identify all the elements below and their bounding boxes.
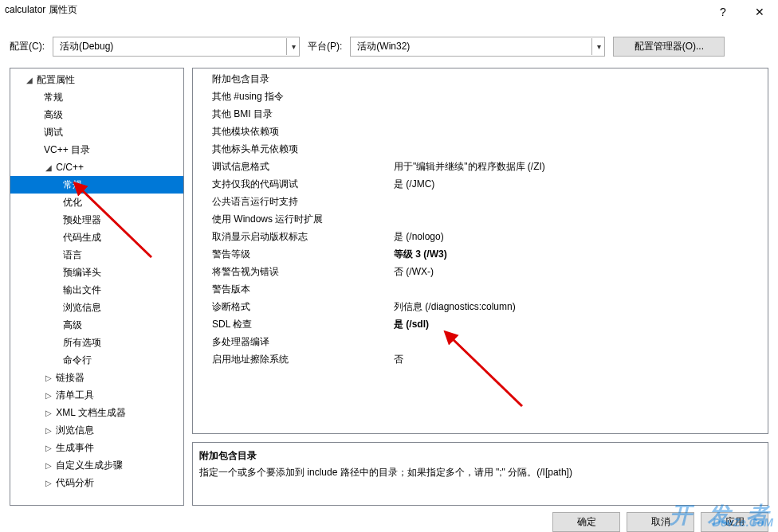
property-name: 诊断格式 (193, 298, 394, 315)
property-name: SDL 检查 (193, 315, 394, 333)
property-value[interactable]: 是 (/JMC) (394, 175, 768, 193)
property-value[interactable] (394, 280, 768, 298)
dialog-footer: 确定 取消 应用 (0, 506, 778, 532)
property-row[interactable]: 其他 BMI 目录 (193, 105, 768, 123)
tree-item[interactable]: VC++ 目录 (10, 141, 183, 158)
tree-item-label: 常规 (44, 92, 63, 103)
property-row[interactable]: 公共语言运行时支持 (193, 193, 768, 210)
property-name: 支持仅我的代码调试 (193, 175, 394, 193)
tree-item[interactable]: ◢ C/C++ (10, 158, 183, 176)
property-value[interactable] (394, 105, 768, 123)
tree-item-label: 代码生成 (63, 232, 101, 243)
property-value[interactable] (394, 123, 768, 140)
tree-item[interactable]: 浏览信息 (10, 299, 183, 316)
tree-item[interactable]: ▷ 清单工具 (10, 386, 183, 404)
config-value: 活动(Debug) (60, 40, 113, 53)
tree-item-label: 常规 (63, 179, 82, 190)
property-row[interactable]: 使用 Windows 运行时扩展 (193, 210, 768, 228)
property-row[interactable]: 其他标头单元依赖项 (193, 140, 768, 158)
property-value[interactable] (394, 88, 768, 105)
property-value[interactable]: 用于"编辑并继续"的程序数据库 (/ZI) (394, 158, 768, 175)
property-value[interactable] (394, 140, 768, 158)
config-combobox[interactable]: 活动(Debug) ▾ (53, 37, 300, 57)
config-label: 配置(C): (10, 40, 45, 53)
cancel-button[interactable]: 取消 (627, 512, 694, 532)
tree-item[interactable]: 预处理器 (10, 211, 183, 229)
tree-item[interactable]: 常规 (10, 88, 183, 106)
property-value[interactable] (394, 333, 768, 350)
property-row[interactable]: 调试信息格式用于"编辑并继续"的程序数据库 (/ZI) (193, 158, 768, 175)
tree-twisty-icon[interactable]: ▷ (44, 405, 53, 422)
tree-twisty-icon[interactable]: ▷ (44, 422, 53, 440)
tree-item[interactable]: 调试 (10, 123, 183, 141)
config-manager-button[interactable]: 配置管理器(O)... (613, 37, 725, 57)
property-row[interactable]: 其他 #using 指令 (193, 88, 768, 105)
property-row[interactable]: 多处理器编译 (193, 333, 768, 350)
tree-item[interactable]: 所有选项 (10, 334, 183, 351)
property-row[interactable]: 诊断格式列信息 (/diagnostics:column) (193, 298, 768, 315)
tree-item-label: 代码分析 (56, 477, 94, 488)
property-value[interactable]: 等级 3 (/W3) (394, 245, 768, 263)
tree-item[interactable]: 高级 (10, 106, 183, 123)
property-name: 其他 #using 指令 (193, 88, 394, 105)
tree-item[interactable]: ▷ 浏览信息 (10, 421, 183, 439)
property-row[interactable]: SDL 检查是 (/sdl) (193, 315, 768, 333)
tree-item[interactable]: ▷ 代码分析 (10, 474, 183, 491)
tree-item[interactable]: ▷ 生成事件 (10, 439, 183, 456)
tree-item[interactable]: 优化 (10, 194, 183, 211)
tree-item-label: 所有选项 (63, 337, 101, 348)
tree-item[interactable]: ▷ 自定义生成步骤 (10, 456, 183, 474)
tree-twisty-icon[interactable]: ▷ (44, 475, 53, 492)
close-icon[interactable]: ✕ (741, 0, 778, 24)
tree-twisty-icon[interactable]: ▷ (44, 440, 53, 457)
property-value[interactable]: 列信息 (/diagnostics:column) (394, 298, 768, 315)
chevron-down-icon: ▾ (286, 38, 296, 55)
property-row[interactable]: 支持仅我的代码调试是 (/JMC) (193, 175, 768, 193)
property-name: 警告版本 (193, 280, 394, 298)
property-value[interactable]: 否 (394, 350, 768, 368)
tree-twisty-icon[interactable]: ▷ (44, 457, 53, 475)
property-row[interactable]: 附加包含目录 (193, 70, 768, 88)
help-icon[interactable]: ? (705, 0, 741, 24)
apply-button[interactable]: 应用 (701, 512, 768, 532)
property-name: 警告等级 (193, 245, 394, 263)
tree-item[interactable]: 输出文件 (10, 281, 183, 299)
platform-value: 活动(Win32) (357, 40, 410, 53)
property-value[interactable]: 是 (/nologo) (394, 228, 768, 245)
tree-twisty-icon[interactable]: ▷ (44, 370, 53, 387)
property-value[interactable] (394, 193, 768, 210)
tree-item[interactable]: ◢ 配置属性 (10, 71, 183, 88)
tree-item[interactable]: 语言 (10, 246, 183, 264)
property-name: 调试信息格式 (193, 158, 394, 175)
tree-twisty-icon[interactable]: ▷ (44, 387, 53, 405)
tree-item-label: 高级 (44, 109, 63, 120)
property-row[interactable]: 警告版本 (193, 280, 768, 298)
property-row[interactable]: 其他模块依赖项 (193, 123, 768, 140)
property-grid[interactable]: 附加包含目录其他 #using 指令其他 BMI 目录其他模块依赖项其他标头单元… (192, 68, 768, 434)
property-value[interactable] (394, 70, 768, 88)
main-panel: 附加包含目录其他 #using 指令其他 BMI 目录其他模块依赖项其他标头单元… (192, 68, 768, 506)
nav-tree[interactable]: ◢ 配置属性常规高级调试VC++ 目录◢ C/C++常规优化预处理器代码生成语言… (10, 68, 184, 506)
platform-combobox[interactable]: 活动(Win32) ▾ (350, 37, 605, 57)
property-row[interactable]: 启用地址擦除系统否 (193, 350, 768, 368)
tree-twisty-icon[interactable]: ◢ (25, 72, 34, 89)
tree-item[interactable]: ▷ 链接器 (10, 369, 183, 386)
property-value[interactable]: 否 (/WX-) (394, 263, 768, 280)
tree-item[interactable]: ▷ XML 文档生成器 (10, 404, 183, 421)
property-row[interactable]: 将警告视为错误否 (/WX-) (193, 263, 768, 280)
tree-item[interactable]: 命令行 (10, 351, 183, 369)
ok-button[interactable]: 确定 (552, 512, 620, 532)
property-row[interactable]: 取消显示启动版权标志是 (/nologo) (193, 228, 768, 245)
description-panel: 附加包含目录 指定一个或多个要添加到 include 路径中的目录；如果指定多个… (192, 442, 768, 506)
property-row[interactable]: 警告等级等级 3 (/W3) (193, 245, 768, 263)
tree-item[interactable]: 常规 (10, 176, 183, 194)
property-name: 其他模块依赖项 (193, 123, 394, 140)
property-name: 其他 BMI 目录 (193, 105, 394, 123)
tree-item-label: 浏览信息 (56, 424, 94, 436)
tree-item[interactable]: 预编译头 (10, 264, 183, 281)
tree-twisty-icon[interactable]: ◢ (44, 159, 53, 177)
property-value[interactable] (394, 210, 768, 228)
tree-item[interactable]: 代码生成 (10, 229, 183, 246)
property-value[interactable]: 是 (/sdl) (394, 315, 768, 333)
tree-item[interactable]: 高级 (10, 316, 183, 334)
